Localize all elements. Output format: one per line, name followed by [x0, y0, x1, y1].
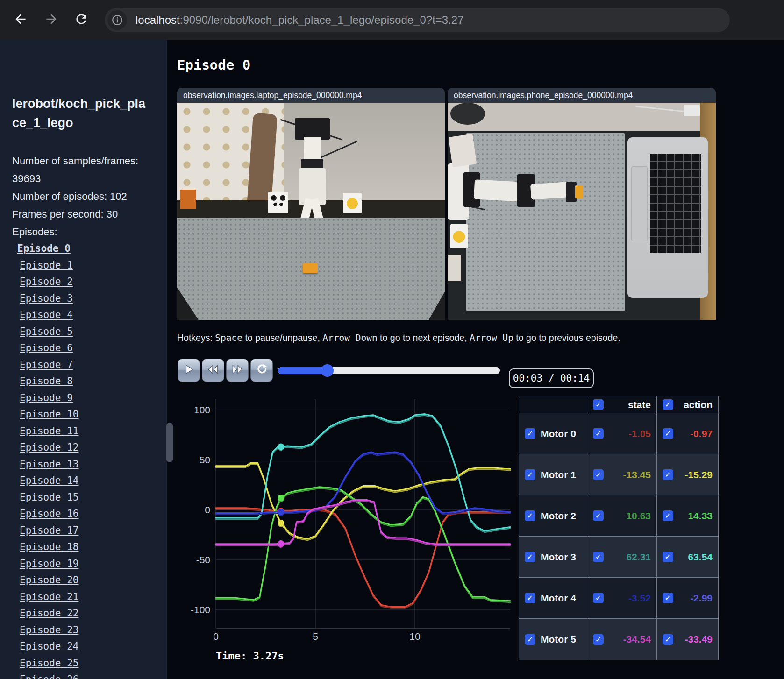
motor-row-2: ✓Motor 2✓10.63✓14.33: [519, 495, 718, 537]
motor-4-state-checkbox[interactable]: ✓: [593, 593, 604, 603]
motor-label: Motor 3: [541, 552, 576, 563]
scene-robot-arm-segment: [474, 180, 523, 202]
back-button[interactable]: [12, 12, 29, 28]
episode-link-1[interactable]: Episode 1: [20, 257, 160, 274]
motor-4-checkbox[interactable]: ✓: [525, 593, 535, 603]
svg-text:0: 0: [205, 504, 210, 515]
rewind-icon: [207, 363, 219, 377]
episode-link-7[interactable]: Episode 7: [20, 357, 160, 374]
state-column-checkbox[interactable]: ✓: [593, 399, 604, 410]
motor-action-cell: ✓-2.99: [657, 578, 718, 619]
reload-button[interactable]: [73, 12, 90, 28]
episode-link-13[interactable]: Episode 13: [20, 456, 160, 473]
forward-button[interactable]: [43, 12, 60, 28]
motor-1-checkbox[interactable]: ✓: [525, 469, 535, 480]
episode-link-12[interactable]: Episode 12: [20, 439, 160, 456]
episode-link-0[interactable]: Episode 0: [17, 240, 160, 257]
motor-5-state-checkbox[interactable]: ✓: [593, 634, 604, 645]
chart-time-label: Time: 3.27s: [216, 650, 284, 662]
dataset-title: lerobot/koch_pick_place_1_lego: [12, 94, 152, 133]
video-player-laptop[interactable]: [177, 103, 445, 320]
episode-link-2[interactable]: Episode 2: [20, 274, 160, 290]
scrollbar-thumb[interactable]: [166, 423, 173, 462]
episode-link-24[interactable]: Episode 24: [20, 638, 160, 655]
scene-keyboard: [650, 154, 701, 253]
fast-forward-icon: [231, 363, 243, 377]
motor-label: Motor 0: [541, 428, 576, 439]
episode-link-10[interactable]: Episode 10: [20, 406, 160, 423]
motor-3-action-checkbox[interactable]: ✓: [663, 552, 673, 562]
chart-svg: 100500-50-1000510: [178, 392, 514, 654]
play-button[interactable]: [178, 359, 200, 382]
slider-thumb[interactable]: [321, 364, 334, 377]
arrow-left-icon: [13, 12, 28, 28]
motor-2-action-checkbox[interactable]: ✓: [663, 510, 673, 521]
motor-2-checkbox[interactable]: ✓: [525, 510, 535, 521]
episode-link-16[interactable]: Episode 16: [20, 506, 160, 523]
motor-3-state-checkbox[interactable]: ✓: [593, 552, 604, 562]
motor-5-action-checkbox[interactable]: ✓: [663, 634, 673, 645]
episode-link-11[interactable]: Episode 11: [20, 423, 160, 440]
motor-label-cell: ✓Motor 5: [519, 619, 587, 660]
stat-fps: Frames per second: 30: [12, 205, 147, 223]
episode-link-15[interactable]: Episode 15: [20, 489, 160, 506]
motor-state-value: -13.45: [623, 469, 651, 481]
scene-wall: [448, 103, 716, 131]
episode-list: Episode 0Episode 1Episode 2Episode 3Epis…: [20, 240, 160, 679]
episode-link-14[interactable]: Episode 14: [20, 473, 160, 489]
fast-forward-button[interactable]: [226, 359, 249, 382]
hotkeys-help: Hotkeys: Space to pause/unpause, Arrow D…: [177, 332, 620, 343]
episode-link-5[interactable]: Episode 5: [20, 324, 160, 340]
action-column-checkbox[interactable]: ✓: [663, 399, 673, 410]
motor-table: ✓state✓action✓Motor 0✓-1.05✓-0.97✓Motor …: [519, 396, 719, 660]
motor-3-checkbox[interactable]: ✓: [525, 552, 535, 562]
url-bar[interactable]: localhost:9090/lerobot/koch_pick_place_1…: [105, 8, 730, 32]
hotkey-key: Arrow Up: [470, 332, 513, 343]
info-icon[interactable]: [107, 10, 127, 30]
video-player-phone[interactable]: [448, 103, 716, 320]
motor-1-state-checkbox[interactable]: ✓: [593, 469, 604, 480]
motor-1-action-checkbox[interactable]: ✓: [663, 469, 673, 480]
motor-state-cell: ✓-34.54: [587, 619, 657, 660]
episode-link-6[interactable]: Episode 6: [20, 340, 160, 357]
app-root: localhost:9090/lerobot/koch_pick_place_1…: [0, 0, 784, 679]
loop-button[interactable]: [250, 359, 273, 382]
motor-4-action-checkbox[interactable]: ✓: [663, 593, 673, 603]
motor-0-state-checkbox[interactable]: ✓: [593, 428, 604, 439]
motor-label: Motor 1: [541, 469, 576, 481]
episode-link-19[interactable]: Episode 19: [20, 556, 160, 573]
episode-link-4[interactable]: Episode 4: [20, 307, 160, 324]
episode-link-25[interactable]: Episode 25: [20, 655, 160, 672]
episode-link-3[interactable]: Episode 3: [20, 290, 160, 307]
video-title-phone: observation.images.phone_episode_000000.…: [448, 88, 716, 103]
hotkey-text: Hotkeys:: [177, 332, 215, 343]
episode-link-23[interactable]: Episode 23: [20, 622, 160, 639]
motor-label-cell: ✓Motor 0: [519, 413, 587, 454]
rewind-button[interactable]: [202, 359, 224, 382]
episode-link-9[interactable]: Episode 9: [20, 390, 160, 407]
seek-slider[interactable]: [278, 364, 500, 377]
table-header-row: ✓state✓action: [519, 396, 718, 413]
episode-link-26[interactable]: Episode 26: [20, 672, 160, 679]
motor-0-checkbox[interactable]: ✓: [525, 428, 535, 439]
episode-link-8[interactable]: Episode 8: [20, 373, 160, 390]
motor-0-action-checkbox[interactable]: ✓: [663, 428, 673, 439]
motor-action-value: 63.54: [688, 552, 713, 563]
state-column-label: state: [628, 399, 651, 410]
episode-link-22[interactable]: Episode 22: [20, 605, 160, 622]
episode-link-21[interactable]: Episode 21: [20, 589, 160, 606]
motor-row-0: ✓Motor 0✓-1.05✓-0.97: [519, 413, 718, 454]
scene-laptop: [627, 137, 708, 298]
scene-robot-arm-segment: [530, 182, 569, 199]
motor-5-checkbox[interactable]: ✓: [525, 634, 535, 645]
episode-link-20[interactable]: Episode 20: [20, 572, 160, 589]
stat-samples: Number of samples/frames: 39693: [12, 152, 147, 188]
motor-state-cell: ✓-3.52: [587, 578, 657, 619]
motor-2-state-checkbox[interactable]: ✓: [593, 510, 604, 521]
scene-lego-baseplate: [466, 133, 625, 311]
motor-row-1: ✓Motor 1✓-13.45✓-15.29: [519, 454, 718, 495]
episode-link-18[interactable]: Episode 18: [20, 539, 160, 556]
action-column-label: action: [684, 399, 713, 410]
episode-link-17[interactable]: Episode 17: [20, 523, 160, 539]
motor-row-4: ✓Motor 4✓-3.52✓-2.99: [519, 578, 718, 619]
